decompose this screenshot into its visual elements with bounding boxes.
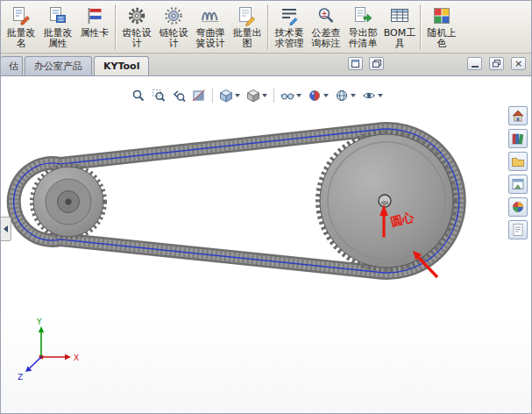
button-label: 批量改属性 xyxy=(41,28,74,49)
file-explorer-button[interactable] xyxy=(508,152,528,171)
toolbar-group-design: 齿轮设计 链轮设计 弯曲弹簧设计 批量出图 xyxy=(118,3,266,52)
property-card-flag-icon xyxy=(83,4,106,27)
toolbar-group-color: 随机上色 xyxy=(423,3,460,52)
window-icon xyxy=(351,60,359,68)
previous-view-icon xyxy=(172,89,186,103)
batch-edit-properties-button[interactable]: 批量改属性 xyxy=(39,3,76,52)
view-orientation-button[interactable] xyxy=(216,84,243,106)
edit-appearance-button[interactable] xyxy=(305,84,331,106)
task-pane-tabs xyxy=(508,106,528,239)
dropdown-caret-icon xyxy=(235,94,240,97)
button-label: 技术要求管理 xyxy=(273,28,306,49)
tolerance-query-button[interactable]: ± 公差查询标注 xyxy=(308,3,344,52)
random-color-button[interactable]: 随机上色 xyxy=(423,3,460,52)
gear-design-button[interactable]: 齿轮设计 xyxy=(118,3,155,52)
view-settings-eye-icon xyxy=(362,89,376,103)
design-library-button[interactable] xyxy=(508,129,528,148)
apply-scene-button[interactable] xyxy=(332,84,358,106)
toolbar-separator xyxy=(267,4,269,50)
home-icon xyxy=(511,109,525,123)
button-label: 批量出图 xyxy=(231,28,264,49)
view-orientation-cube-icon xyxy=(219,89,233,103)
restore-icon xyxy=(493,60,500,68)
graphics-area[interactable]: 圆心 Y X Z xyxy=(1,76,531,413)
zoom-fit-button[interactable] xyxy=(129,84,148,106)
appearance-sphere-icon xyxy=(308,89,322,103)
bom-tool-button[interactable]: BOM工具 xyxy=(381,3,418,52)
svg-text:±: ± xyxy=(322,11,328,18)
hud-separator xyxy=(212,89,213,103)
bom-table-icon xyxy=(388,4,411,27)
resources-home-button[interactable] xyxy=(508,106,528,125)
model-view: 圆心 Y X Z xyxy=(1,76,531,413)
view-palette-icon xyxy=(511,177,525,191)
scene-globe-icon xyxy=(335,89,349,103)
button-label: 导出部件清单 xyxy=(346,28,379,49)
kytool-app-window: 批量改名 批量改属性 属性卡 齿轮设计 xyxy=(0,0,532,414)
collapse-arrow-icon xyxy=(4,225,8,232)
heads-up-view-toolbar xyxy=(129,84,386,106)
restore-button[interactable] xyxy=(489,57,504,70)
origin-triad: Y X Z xyxy=(18,318,79,382)
folder-icon xyxy=(511,154,525,168)
section-view-button[interactable] xyxy=(189,84,209,106)
sprocket-design-icon xyxy=(162,4,185,27)
appearances-sphere-icon xyxy=(511,200,525,214)
button-label: 齿轮设计 xyxy=(120,28,153,49)
button-label: BOM工具 xyxy=(383,28,416,49)
close-icon: × xyxy=(514,59,522,68)
toolbar-group-docs: 技术要求管理 ± 公差查询标注 导出部件清单 BOM工具 xyxy=(271,3,418,52)
dropdown-caret-icon xyxy=(296,94,301,97)
display-style-button[interactable] xyxy=(244,84,270,106)
previous-view-button[interactable] xyxy=(169,84,188,106)
hide-show-glasses-icon xyxy=(280,89,294,103)
hide-show-items-button[interactable] xyxy=(278,84,304,106)
batch-rename-icon xyxy=(10,4,32,27)
bend-spring-icon xyxy=(199,4,222,27)
feature-panel-collapse-tab[interactable] xyxy=(1,217,11,241)
button-label: 公差查询标注 xyxy=(309,28,343,49)
bend-spring-design-button[interactable]: 弯曲弹簧设计 xyxy=(192,3,229,52)
cascade-window-button[interactable] xyxy=(369,57,384,70)
triad-x-label: X xyxy=(74,353,79,362)
books-icon xyxy=(511,132,525,146)
random-color-icon xyxy=(430,4,453,27)
batch-rename-button[interactable]: 批量改名 xyxy=(3,3,39,52)
zoom-area-button[interactable] xyxy=(149,84,168,106)
button-label: 弯曲弹簧设计 xyxy=(194,28,227,49)
toolbar-group-batch: 批量改名 批量改属性 属性卡 xyxy=(3,3,113,52)
sprocket-design-button[interactable]: 链轮设计 xyxy=(155,3,192,52)
button-label: 链轮设计 xyxy=(157,28,190,49)
custom-properties-button[interactable] xyxy=(508,220,528,239)
minimize-icon xyxy=(472,66,479,68)
batch-drawing-icon xyxy=(236,4,259,27)
batch-drawing-button[interactable]: 批量出图 xyxy=(229,3,266,52)
hud-separator xyxy=(273,89,274,103)
tab-kytool[interactable]: KYTool xyxy=(94,56,149,75)
triad-z-label: Z xyxy=(18,373,23,382)
export-parts-list-button[interactable]: 导出部件清单 xyxy=(344,3,381,52)
tab-office-products[interactable]: 办公室产品 xyxy=(25,56,92,75)
new-window-button[interactable] xyxy=(348,57,363,70)
tech-requirements-button[interactable]: 技术要求管理 xyxy=(271,3,308,52)
window-controls: × xyxy=(467,57,526,70)
minimize-button[interactable] xyxy=(467,57,482,70)
tab-evaluate[interactable]: 估 xyxy=(1,56,23,75)
zoom-fit-icon xyxy=(131,89,145,103)
small-sprocket[interactable] xyxy=(32,166,105,239)
cascade-windows-icon xyxy=(372,60,381,68)
view-palette-button[interactable] xyxy=(508,175,528,194)
dropdown-caret-icon xyxy=(351,94,356,97)
property-card-button[interactable]: 属性卡 xyxy=(76,3,113,52)
view-settings-button[interactable] xyxy=(359,84,386,106)
export-parts-list-icon xyxy=(351,4,374,27)
button-label: 属性卡 xyxy=(78,28,111,39)
close-button[interactable]: × xyxy=(511,57,526,70)
button-label: 随机上色 xyxy=(425,28,458,49)
document-window-buttons xyxy=(348,57,384,70)
gear-design-icon xyxy=(125,4,148,27)
section-view-icon xyxy=(192,89,206,103)
zoom-area-icon xyxy=(152,89,166,103)
appearances-button[interactable] xyxy=(508,197,528,217)
main-toolbar: 批量改名 批量改属性 属性卡 齿轮设计 xyxy=(1,1,531,54)
